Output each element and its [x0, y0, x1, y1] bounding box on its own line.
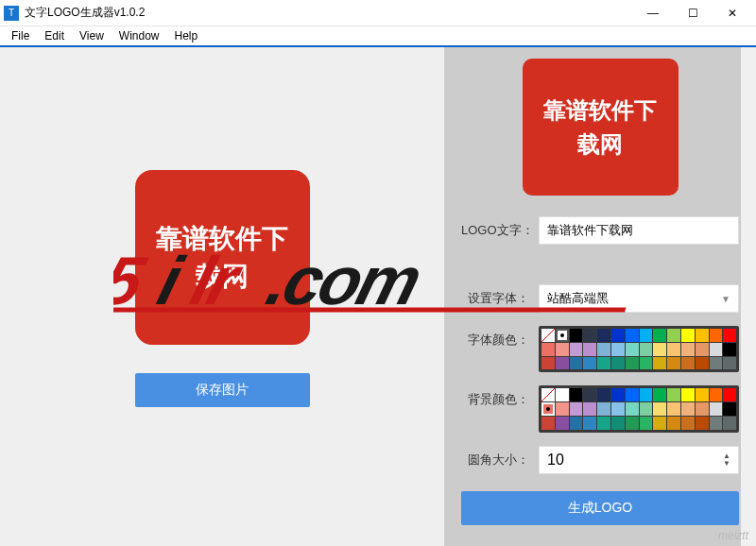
color-swatch[interactable] [570, 343, 583, 356]
vertical-scrollbar[interactable] [741, 47, 756, 546]
menu-view[interactable]: View [72, 27, 112, 44]
color-swatch[interactable] [570, 357, 583, 370]
color-swatch[interactable] [597, 388, 610, 401]
color-swatch[interactable] [611, 329, 625, 342]
color-swatch[interactable] [597, 417, 610, 430]
color-swatch[interactable] [667, 343, 680, 356]
menu-window[interactable]: Window [112, 27, 167, 44]
color-swatch[interactable] [570, 329, 583, 342]
color-swatch[interactable] [556, 343, 569, 356]
color-swatch[interactable] [556, 417, 569, 430]
color-swatch[interactable] [556, 329, 569, 342]
generate-logo-button[interactable]: 生成LOGO [461, 491, 739, 525]
close-button[interactable]: ✕ [713, 0, 752, 26]
color-swatch[interactable] [640, 417, 653, 430]
color-swatch[interactable] [640, 329, 653, 342]
color-swatch[interactable] [541, 357, 555, 370]
color-swatch[interactable] [570, 417, 583, 430]
menu-edit[interactable]: Edit [37, 27, 72, 44]
color-swatch[interactable] [653, 402, 666, 416]
color-swatch[interactable] [723, 388, 736, 401]
color-swatch[interactable] [541, 329, 555, 342]
font-color-palette[interactable] [539, 326, 739, 372]
color-swatch[interactable] [640, 357, 653, 370]
color-swatch[interactable] [583, 329, 596, 342]
color-swatch[interactable] [696, 417, 709, 430]
color-swatch[interactable] [556, 402, 569, 416]
color-swatch[interactable] [653, 388, 666, 401]
color-swatch[interactable] [556, 388, 569, 401]
save-image-button[interactable]: 保存图片 [135, 373, 310, 407]
color-swatch[interactable] [583, 402, 596, 416]
spinner-arrows[interactable]: ▲ ▼ [723, 452, 730, 468]
color-swatch[interactable] [626, 329, 639, 342]
color-swatch[interactable] [541, 343, 555, 356]
color-swatch[interactable] [696, 357, 709, 370]
color-swatch[interactable] [710, 388, 723, 401]
color-swatch[interactable] [710, 417, 723, 430]
color-swatch[interactable] [667, 402, 680, 416]
logo-text-input[interactable] [539, 216, 739, 245]
color-swatch[interactable] [626, 357, 639, 370]
color-swatch[interactable] [681, 417, 695, 430]
color-swatch[interactable] [541, 402, 555, 416]
color-swatch[interactable] [541, 417, 555, 430]
menu-file[interactable]: File [4, 27, 37, 44]
color-swatch[interactable] [681, 357, 695, 370]
minimize-button[interactable]: — [633, 0, 673, 26]
bg-color-palette[interactable] [539, 385, 739, 432]
color-swatch[interactable] [570, 402, 583, 416]
radius-spinner[interactable]: 10 ▲ ▼ [539, 446, 739, 474]
color-swatch[interactable] [640, 402, 653, 416]
color-swatch[interactable] [723, 402, 736, 416]
color-swatch[interactable] [626, 402, 639, 416]
color-swatch[interactable] [556, 357, 569, 370]
color-swatch[interactable] [570, 388, 583, 401]
color-swatch[interactable] [640, 388, 653, 401]
color-swatch[interactable] [723, 357, 736, 370]
color-swatch[interactable] [696, 388, 709, 401]
color-swatch[interactable] [611, 417, 625, 430]
color-swatch[interactable] [583, 417, 596, 430]
color-swatch[interactable] [667, 329, 680, 342]
color-swatch[interactable] [653, 329, 666, 342]
color-swatch[interactable] [667, 357, 680, 370]
color-swatch[interactable] [583, 343, 596, 356]
font-select[interactable]: 站酷高端黑 ▼ [539, 284, 739, 313]
menu-help[interactable]: Help [167, 27, 206, 44]
color-swatch[interactable] [597, 343, 610, 356]
color-swatch[interactable] [710, 402, 723, 416]
spinner-down-icon[interactable]: ▼ [723, 460, 730, 468]
color-swatch[interactable] [710, 329, 723, 342]
color-swatch[interactable] [723, 343, 736, 356]
color-swatch[interactable] [710, 343, 723, 356]
color-swatch[interactable] [626, 343, 639, 356]
color-swatch[interactable] [541, 388, 555, 401]
color-swatch[interactable] [710, 357, 723, 370]
color-swatch[interactable] [611, 388, 625, 401]
color-swatch[interactable] [611, 343, 625, 356]
color-swatch[interactable] [723, 417, 736, 430]
color-swatch[interactable] [583, 388, 596, 401]
color-swatch[interactable] [681, 343, 695, 356]
color-swatch[interactable] [611, 357, 625, 370]
color-swatch[interactable] [653, 417, 666, 430]
color-swatch[interactable] [681, 388, 695, 401]
color-swatch[interactable] [626, 417, 639, 430]
color-swatch[interactable] [696, 402, 709, 416]
color-swatch[interactable] [696, 343, 709, 356]
color-swatch[interactable] [653, 357, 666, 370]
color-swatch[interactable] [583, 357, 596, 370]
color-swatch[interactable] [611, 402, 625, 416]
color-swatch[interactable] [723, 329, 736, 342]
color-swatch[interactable] [626, 388, 639, 401]
color-swatch[interactable] [667, 417, 680, 430]
color-swatch[interactable] [597, 402, 610, 416]
color-swatch[interactable] [681, 329, 695, 342]
color-swatch[interactable] [696, 329, 709, 342]
color-swatch[interactable] [653, 343, 666, 356]
color-swatch[interactable] [640, 343, 653, 356]
color-swatch[interactable] [667, 388, 680, 401]
color-swatch[interactable] [597, 357, 610, 370]
color-swatch[interactable] [681, 402, 695, 416]
